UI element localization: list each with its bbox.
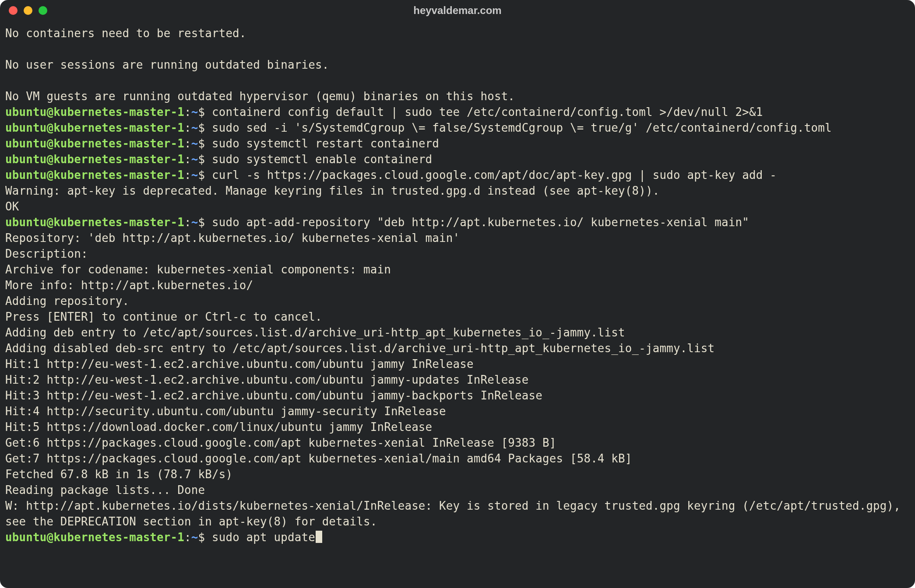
terminal-output-text: Description: bbox=[5, 247, 88, 260]
prompt-user: ubuntu bbox=[5, 168, 46, 182]
terminal-line: Get:7 https://packages.cloud.google.com/… bbox=[5, 451, 911, 466]
terminal-line: Hit:3 http://eu-west-1.ec2.archive.ubunt… bbox=[5, 388, 911, 403]
prompt-dollar: $ bbox=[198, 168, 211, 182]
terminal-line: ubuntu@kubernetes-master-1:~$ sudo apt u… bbox=[5, 529, 911, 545]
terminal-line: Description: bbox=[5, 246, 911, 262]
terminal-line: Repository: 'deb http://apt.kubernetes.i… bbox=[5, 230, 911, 246]
prompt-dollar: $ bbox=[198, 121, 211, 134]
prompt-at: @ bbox=[46, 105, 53, 119]
prompt-path: ~ bbox=[191, 137, 198, 150]
prompt-dollar: $ bbox=[198, 137, 211, 150]
prompt-host: kubernetes-master-1 bbox=[53, 216, 184, 229]
window-titlebar: heyvaldemar.com bbox=[0, 0, 915, 21]
window-controls bbox=[9, 6, 47, 15]
terminal-line: Reading package lists... Done bbox=[5, 482, 911, 498]
terminal-line: No containers need to be restarted. bbox=[5, 25, 911, 41]
prompt-colon: : bbox=[184, 121, 191, 134]
terminal-line: More info: http://apt.kubernetes.io/ bbox=[5, 277, 911, 293]
minimize-icon[interactable] bbox=[24, 6, 32, 15]
terminal-output-text: No containers need to be restarted. bbox=[5, 27, 246, 40]
close-icon[interactable] bbox=[9, 6, 18, 15]
prompt-host: kubernetes-master-1 bbox=[53, 531, 184, 544]
terminal-line: ubuntu@kubernetes-master-1:~$ curl -s ht… bbox=[5, 167, 911, 183]
prompt-path: ~ bbox=[191, 168, 198, 182]
terminal-command: containerd config default | sudo tee /et… bbox=[212, 105, 763, 119]
terminal-output-text: No VM guests are running outdated hyperv… bbox=[5, 90, 515, 103]
prompt-path: ~ bbox=[191, 153, 198, 166]
terminal-line: ubuntu@kubernetes-master-1:~$ sudo apt-a… bbox=[5, 214, 911, 230]
terminal-line: Adding repository. bbox=[5, 293, 911, 309]
terminal-line: No VM guests are running outdated hyperv… bbox=[5, 88, 911, 104]
prompt-user: ubuntu bbox=[5, 105, 46, 119]
prompt-host: kubernetes-master-1 bbox=[53, 153, 184, 166]
prompt-at: @ bbox=[46, 121, 53, 134]
terminal-command: curl -s https://packages.cloud.google.co… bbox=[212, 168, 777, 182]
terminal-line: ubuntu@kubernetes-master-1:~$ sudo syste… bbox=[5, 136, 911, 151]
prompt-at: @ bbox=[46, 153, 53, 166]
zoom-icon[interactable] bbox=[39, 6, 47, 15]
terminal-line: OK bbox=[5, 199, 911, 214]
terminal-output-text: Adding deb entry to /etc/apt/sources.lis… bbox=[5, 326, 625, 339]
terminal-output-text: Hit:5 https://download.docker.com/linux/… bbox=[5, 420, 432, 434]
window-title: heyvaldemar.com bbox=[0, 4, 915, 17]
terminal-command: sudo apt update bbox=[212, 531, 315, 544]
terminal-line: Hit:5 https://download.docker.com/linux/… bbox=[5, 419, 911, 435]
terminal-line: No user sessions are running outdated bi… bbox=[5, 57, 911, 73]
prompt-host: kubernetes-master-1 bbox=[53, 105, 184, 119]
terminal-output-text: Get:6 https://packages.cloud.google.com/… bbox=[5, 436, 556, 449]
prompt-user: ubuntu bbox=[5, 121, 46, 134]
prompt-user: ubuntu bbox=[5, 137, 46, 150]
terminal-line: Hit:2 http://eu-west-1.ec2.archive.ubunt… bbox=[5, 372, 911, 388]
prompt-dollar: $ bbox=[198, 216, 211, 229]
prompt-colon: : bbox=[184, 105, 191, 119]
prompt-host: kubernetes-master-1 bbox=[53, 168, 184, 182]
terminal-line: Warning: apt-key is deprecated. Manage k… bbox=[5, 183, 911, 199]
terminal-output-text: Adding disabled deb-src entry to /etc/ap… bbox=[5, 342, 714, 355]
terminal-output-text: Warning: apt-key is deprecated. Manage k… bbox=[5, 184, 659, 197]
prompt-user: ubuntu bbox=[5, 153, 46, 166]
prompt-path: ~ bbox=[191, 531, 198, 544]
prompt-colon: : bbox=[184, 153, 191, 166]
terminal-line: Press [ENTER] to continue or Ctrl-c to c… bbox=[5, 309, 911, 325]
terminal-line bbox=[5, 41, 911, 57]
terminal-line: Adding disabled deb-src entry to /etc/ap… bbox=[5, 340, 911, 356]
prompt-dollar: $ bbox=[198, 153, 211, 166]
prompt-colon: : bbox=[184, 531, 191, 544]
terminal-line: ubuntu@kubernetes-master-1:~$ containerd… bbox=[5, 104, 911, 120]
prompt-at: @ bbox=[46, 168, 53, 182]
prompt-dollar: $ bbox=[198, 105, 211, 119]
prompt-colon: : bbox=[184, 137, 191, 150]
prompt-dollar: $ bbox=[198, 531, 211, 544]
prompt-host: kubernetes-master-1 bbox=[53, 121, 184, 134]
terminal-line: Hit:1 http://eu-west-1.ec2.archive.ubunt… bbox=[5, 356, 911, 372]
prompt-user: ubuntu bbox=[5, 216, 46, 229]
prompt-path: ~ bbox=[191, 216, 198, 229]
terminal-output-text: Archive for codename: kubernetes-xenial … bbox=[5, 263, 391, 276]
prompt-at: @ bbox=[46, 531, 53, 544]
terminal-output-text: Press [ENTER] to continue or Ctrl-c to c… bbox=[5, 310, 322, 323]
terminal-output-text: Hit:4 http://security.ubuntu.com/ubuntu … bbox=[5, 405, 446, 418]
terminal-output-text: Hit:2 http://eu-west-1.ec2.archive.ubunt… bbox=[5, 373, 529, 386]
terminal-output-text: Repository: 'deb http://apt.kubernetes.i… bbox=[5, 231, 460, 245]
terminal-window: heyvaldemar.com No containers need to be… bbox=[0, 0, 915, 588]
terminal-output-text: OK bbox=[5, 200, 19, 213]
terminal-line: W: http://apt.kubernetes.io/dists/kubern… bbox=[5, 498, 911, 529]
prompt-path: ~ bbox=[191, 105, 198, 119]
terminal-line: Fetched 67.8 kB in 1s (78.7 kB/s) bbox=[5, 466, 911, 482]
prompt-user: ubuntu bbox=[5, 531, 46, 544]
terminal-line: ubuntu@kubernetes-master-1:~$ sudo sed -… bbox=[5, 120, 911, 136]
terminal-line: ubuntu@kubernetes-master-1:~$ sudo syste… bbox=[5, 151, 911, 167]
terminal-output-text: Hit:3 http://eu-west-1.ec2.archive.ubunt… bbox=[5, 389, 542, 402]
prompt-colon: : bbox=[184, 216, 191, 229]
terminal-line: Hit:4 http://security.ubuntu.com/ubuntu … bbox=[5, 403, 911, 419]
terminal-line: Archive for codename: kubernetes-xenial … bbox=[5, 262, 911, 277]
terminal-output[interactable]: No containers need to be restarted. No u… bbox=[0, 21, 915, 550]
terminal-line bbox=[5, 73, 911, 88]
prompt-at: @ bbox=[46, 216, 53, 229]
prompt-host: kubernetes-master-1 bbox=[53, 137, 184, 150]
prompt-colon: : bbox=[184, 168, 191, 182]
terminal-line: Get:6 https://packages.cloud.google.com/… bbox=[5, 435, 911, 451]
prompt-at: @ bbox=[46, 137, 53, 150]
terminal-command: sudo apt-add-repository "deb http://apt.… bbox=[212, 216, 749, 229]
terminal-line: Adding deb entry to /etc/apt/sources.lis… bbox=[5, 325, 911, 340]
